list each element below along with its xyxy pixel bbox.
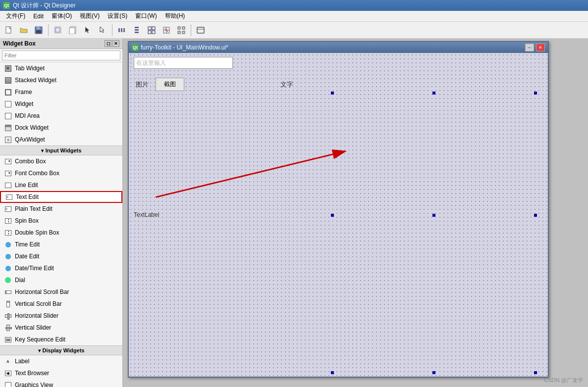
widget-item-stacked-widget[interactable]: Stacked Widget: [0, 74, 122, 86]
menu-window[interactable]: 窗口(W): [131, 11, 160, 21]
text-browser-icon: ≡⬤: [4, 369, 12, 377]
widget-item-qaxwidget[interactable]: ⚙ QAxWidget: [0, 134, 122, 145]
toolbar-layout-grid[interactable]: [145, 23, 159, 37]
line-edit-label: Line Edit: [15, 182, 38, 189]
svg-marker-8: [85, 27, 90, 33]
menu-form[interactable]: 窗体(O): [48, 11, 76, 21]
widget-item-key-sequence-edit[interactable]: ⌨ Key Sequence Edit: [0, 334, 122, 345]
widget-item-spin-box[interactable]: ▴▾ Spin Box: [0, 215, 122, 227]
designer-close-button[interactable]: ✕: [536, 44, 545, 51]
selection-handle-5: [432, 214, 435, 217]
combo-box-label: Combo Box: [15, 158, 46, 165]
widget-item-date-edit[interactable]: Date Edit: [0, 250, 122, 262]
menu-settings[interactable]: 设置(S): [104, 11, 131, 21]
widget-item-horizontal-slider[interactable]: Horizontal Slider: [0, 310, 122, 322]
toolbar-layout-v[interactable]: [130, 23, 144, 37]
vertical-slider-icon: [4, 324, 12, 332]
svg-rect-3: [36, 30, 41, 33]
time-edit-icon: [4, 241, 12, 248]
toolbar-open[interactable]: [17, 23, 31, 37]
widget-item-plain-text-edit[interactable]: ≡ Plain Text Edit: [0, 203, 122, 215]
qaxwidget-label: QAxWidget: [15, 136, 45, 143]
label-icon: A: [4, 357, 12, 365]
toolbar-copy[interactable]: [66, 23, 80, 37]
red-arrow: [129, 137, 391, 211]
widget-item-dock-widget[interactable]: Dock Widget: [0, 122, 122, 134]
widget-item-mdi-area[interactable]: MDI Area: [0, 110, 122, 122]
widget-box-float[interactable]: ◻: [105, 40, 111, 47]
svg-rect-11: [121, 28, 122, 32]
toolbar-adjust-size[interactable]: [174, 23, 188, 37]
menu-file[interactable]: 文件(F): [2, 11, 29, 21]
widget-item-datetime-edit[interactable]: Date/Time Edit: [0, 262, 122, 274]
canvas-input-bar[interactable]: 在这里输入: [134, 57, 233, 69]
widget-item-double-spin-box[interactable]: ▴▾ Double Spin Box: [0, 227, 122, 239]
widget-item-frame[interactable]: Frame: [0, 86, 122, 98]
designer-canvas[interactable]: 在这里输入 图片 截图 文字 TextLabel: [129, 53, 548, 377]
menu-edit[interactable]: Edit: [29, 12, 48, 21]
widget-item-line-edit[interactable]: Line Edit: [0, 179, 122, 191]
selection-handle-9: [534, 371, 537, 374]
toolbar-new[interactable]: [2, 23, 16, 37]
svg-rect-27: [182, 31, 185, 34]
toolbar-cut[interactable]: [51, 23, 65, 37]
toolbar-preview[interactable]: [194, 23, 208, 37]
toolbar-sep-1: [48, 24, 49, 36]
selection-handle-7: [331, 371, 334, 374]
toolbar-break-layout[interactable]: [160, 23, 173, 37]
toolbar-pointer[interactable]: [96, 23, 109, 37]
date-edit-label: Date Edit: [15, 253, 39, 260]
svg-line-31: [156, 151, 345, 197]
app-title: Qt 设计师 - Qt Designer: [13, 1, 76, 10]
svg-rect-18: [148, 31, 151, 34]
widget-item-text-browser[interactable]: ≡⬤ Text Browser: [0, 367, 122, 379]
widget-box-title: Widget Box: [3, 40, 36, 47]
filter-bar: [0, 49, 122, 62]
svg-rect-25: [182, 27, 185, 29]
widget-item-text-edit[interactable]: ≡ Text Edit: [0, 191, 122, 203]
toolbar-sep-3: [191, 24, 191, 36]
selection-handle-3: [534, 92, 537, 95]
designer-window-title: furry-Toolkit - UI_MainWindow.ui*: [141, 44, 228, 51]
dial-label: Dial: [15, 277, 25, 284]
widget-item-dial[interactable]: Dial: [0, 274, 122, 286]
widget-item-combo-box[interactable]: ▾ Combo Box: [0, 155, 122, 167]
designer-minimize-button[interactable]: ─: [525, 44, 534, 51]
toolbar-layout-h[interactable]: [115, 23, 129, 37]
mdi-area-label: MDI Area: [15, 112, 40, 119]
selection-handle-6: [534, 214, 537, 217]
svg-rect-28: [197, 27, 204, 33]
widget-box-close[interactable]: ✕: [112, 40, 119, 47]
widget-item-tab-widget[interactable]: ⊞ Tab Widget: [0, 62, 122, 74]
widget-item-font-combo-box[interactable]: ▾ Font Combo Box: [0, 167, 122, 179]
vertical-scroll-bar-label: Vertical Scroll Bar: [15, 300, 62, 307]
selection-handle-4: [331, 214, 334, 217]
svg-rect-19: [152, 31, 155, 34]
menu-view[interactable]: 视图(V): [76, 11, 104, 21]
widget-item-horizontal-scroll-bar[interactable]: Horizontal Scroll Bar: [0, 286, 122, 298]
horizontal-scroll-bar-icon: [4, 288, 12, 296]
svg-rect-14: [135, 29, 139, 31]
widget-box-header-controls: ◻ ✕: [105, 40, 119, 47]
widget-item-time-edit[interactable]: Time Edit: [0, 239, 122, 250]
designer-qt-icon: Qt: [132, 44, 139, 51]
menu-help[interactable]: 帮助(H): [161, 11, 189, 21]
graphics-view-label: Graphics View: [15, 382, 53, 387]
svg-rect-2: [37, 27, 40, 29]
widget-item-widget[interactable]: Widget: [0, 98, 122, 110]
svg-rect-26: [178, 31, 180, 34]
svg-rect-10: [118, 28, 120, 32]
widget-item-vertical-slider[interactable]: Vertical Slider: [0, 322, 122, 334]
title-bar: Qt Qt 设计师 - Qt Designer: [0, 0, 588, 11]
toolbar-save[interactable]: [32, 23, 46, 37]
widget-item-vertical-scroll-bar[interactable]: Vertical Scroll Bar: [0, 298, 122, 310]
horizontal-slider-icon: [4, 312, 12, 320]
designer-window: Qt furry-Toolkit - UI_MainWindow.ui* ─ ✕…: [128, 41, 549, 378]
vertical-scroll-bar-icon: [4, 300, 12, 308]
widget-item-graphics-view[interactable]: Graphics View: [0, 379, 122, 387]
widget-item-label[interactable]: A Label: [0, 355, 122, 367]
toolbar-select[interactable]: [81, 23, 95, 37]
dial-icon: [4, 276, 12, 284]
filter-input[interactable]: [2, 50, 120, 60]
canvas-screenshot-button[interactable]: 截图: [156, 78, 184, 91]
